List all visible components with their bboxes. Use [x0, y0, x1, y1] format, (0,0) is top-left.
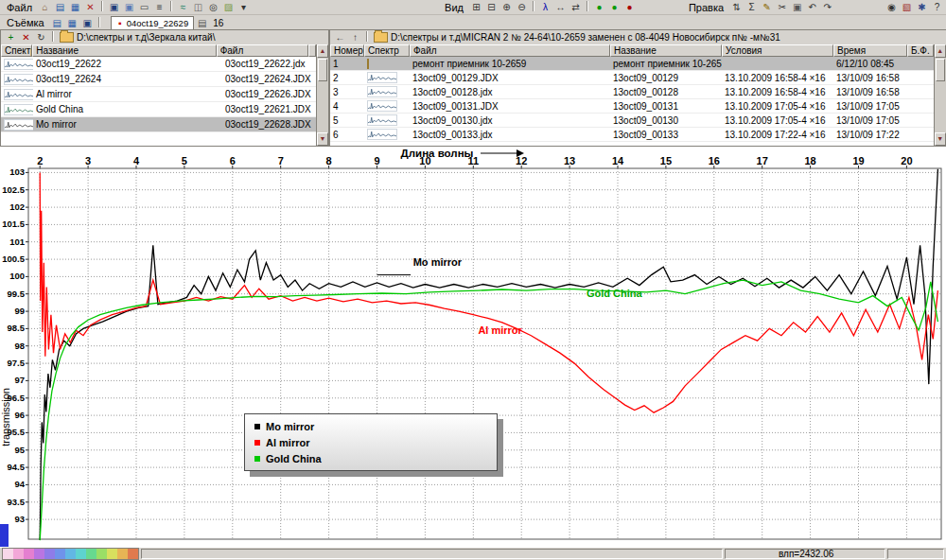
print-icon[interactable]: ≡ — [152, 1, 166, 13]
column-header-file[interactable]: Файл — [217, 44, 308, 57]
right-panel-scrollbar[interactable]: ▲ ▼ — [934, 44, 946, 146]
zoom-out-icon[interactable]: ⊖ — [515, 1, 529, 13]
chart-legend[interactable]: Mo mirrorAl mirrorGold China — [244, 413, 498, 471]
edit-icon[interactable]: ✎ — [760, 1, 774, 13]
palette-color[interactable] — [96, 549, 107, 559]
scroll-up-button[interactable]: ▲ — [317, 44, 328, 58]
table-row-selected[interactable]: 1 ремонт приемник 10-2659 ремонт приемни… — [330, 57, 934, 71]
save-all-icon[interactable]: ▣ — [122, 1, 136, 13]
app-icon[interactable]: ⌂ — [38, 1, 52, 13]
column-header-file[interactable]: Файл — [410, 44, 610, 57]
table-row-selected[interactable]: Mo mirror 03oct19_22628.JDX — [1, 117, 316, 132]
scroll-down-button[interactable]: ▼ — [935, 132, 946, 146]
sort-icon[interactable]: ⇅ — [729, 1, 744, 13]
grid-icon[interactable]: ▦ — [65, 17, 79, 29]
palette-color[interactable] — [55, 549, 65, 559]
column-header-name[interactable]: Название — [610, 44, 722, 57]
undo-icon[interactable]: ↶ — [805, 1, 819, 13]
table-row[interactable]: Gold China 03oct19_22621.JDX — [1, 102, 316, 117]
cut-icon[interactable]: ✂ — [775, 1, 789, 13]
sum-icon[interactable]: Σ — [745, 1, 759, 13]
lambda-icon[interactable]: λ — [538, 1, 552, 13]
remove-spectrum-icon[interactable]: ✕ — [19, 31, 33, 44]
page-icon[interactable]: ▭ — [137, 1, 151, 13]
scroll-thumb[interactable] — [318, 59, 327, 81]
menu-view[interactable]: Вид — [440, 2, 468, 13]
spectrum-file: 03oct19_22622.jdx — [222, 59, 316, 69]
palette-color[interactable] — [128, 549, 138, 559]
palette-color[interactable] — [44, 549, 55, 559]
add-spectrum-icon[interactable]: + — [4, 31, 18, 44]
table-row[interactable]: 03oct19_22624 03oct19_22624.JDX — [1, 72, 316, 87]
spectra-list-icon[interactable]: ▤ — [195, 17, 209, 29]
scroll-down-button[interactable]: ▼ — [317, 132, 328, 146]
axes-icon[interactable]: ⊞ — [469, 1, 483, 13]
palette-color[interactable] — [65, 549, 76, 559]
save-icon[interactable]: ▣ — [107, 1, 121, 13]
table-row[interactable]: 03oct19_22622 03oct19_22622.jdx — [1, 57, 316, 72]
ruler-icon[interactable]: ↔ — [553, 1, 568, 13]
overlay-icon[interactable]: ◫ — [191, 1, 205, 13]
column-header-spectr[interactable]: Спектр — [364, 44, 410, 57]
marker-green2-icon[interactable]: ● — [607, 1, 622, 13]
row-name: 13oct09_00131 — [610, 101, 722, 112]
palette-color[interactable] — [24, 549, 34, 559]
palette-color[interactable] — [34, 549, 44, 559]
marker-red-icon[interactable]: ● — [622, 1, 637, 13]
grid-toggle-icon[interactable]: ⊟ — [484, 1, 499, 13]
settings-icon[interactable]: ✱ — [915, 1, 929, 13]
help-icon[interactable]: ? — [930, 1, 944, 13]
palette-color[interactable] — [3, 549, 13, 559]
table-row[interactable]: 5 13oct09_00130.jdx 13oct09_00130 13.10.… — [330, 114, 934, 128]
menu-capture[interactable]: Съёмка — [2, 17, 49, 28]
scroll-up-button[interactable]: ▲ — [935, 44, 946, 58]
menu-edit[interactable]: Правка — [684, 2, 728, 13]
spectra-chart[interactable]: 234567891011121314151617181920103102.510… — [0, 147, 946, 547]
table-row[interactable]: 3 13oct09_00128.jdx 13oct09_00128 13.10.… — [330, 85, 934, 99]
marker-green-icon[interactable]: ● — [592, 1, 606, 13]
redo-icon[interactable]: ↷ — [820, 1, 834, 13]
column-header-name[interactable]: Название — [32, 44, 216, 57]
scroll-track[interactable] — [317, 58, 328, 132]
new-measurement-icon[interactable]: ▤ — [50, 17, 64, 29]
zoom-in-icon[interactable]: ⊕ — [499, 1, 514, 13]
spectrum-icon[interactable]: ≈ — [176, 1, 190, 13]
menu-file[interactable]: Файл — [2, 2, 37, 13]
back-icon[interactable]: ← — [333, 31, 347, 44]
row-number: 5 — [330, 115, 364, 126]
table-row[interactable]: 6 13oct09_00133.jdx 13oct09_00133 13.10.… — [330, 128, 934, 142]
palette-color[interactable] — [107, 549, 117, 559]
column-header-conditions[interactable]: Условия — [722, 44, 833, 57]
table-row[interactable]: 4 13oct09_00131.JDX 13oct09_00131 13.10.… — [330, 99, 934, 114]
left-panel-scrollbar[interactable]: ▲ ▼ — [316, 44, 328, 146]
palette-icon[interactable]: ▨ — [221, 1, 236, 13]
spectrum-tab[interactable]: ▪ 04oct19_22629 — [111, 16, 195, 30]
table-row[interactable]: Al mirror 03oct19_22626.JDX — [1, 87, 316, 102]
column-header-spectr[interactable]: Спектр — [1, 44, 32, 57]
zoom-icon[interactable]: ◎ — [206, 1, 220, 13]
column-header-bf[interactable]: Б.Ф. — [907, 44, 934, 57]
scroll-thumb[interactable] — [936, 59, 945, 81]
colors-icon[interactable]: ▧ — [900, 1, 914, 13]
marker-icon[interactable]: ▾ — [236, 1, 251, 13]
palette-color[interactable] — [86, 549, 96, 559]
column-header-time[interactable]: Время — [833, 44, 907, 57]
copy-icon[interactable]: ▣ — [790, 1, 804, 13]
refresh-icon[interactable]: ↻ — [34, 31, 48, 44]
save-spectrum-icon[interactable]: ▣ — [80, 17, 95, 29]
column-header-number[interactable]: Номер — [330, 44, 364, 57]
scroll-track[interactable] — [935, 58, 946, 132]
palette-color[interactable] — [13, 549, 24, 559]
series-line-al-mirror[interactable] — [40, 172, 937, 412]
table-row[interactable]: 2 13oct09_00129.JDX 13oct09_00129 13.10.… — [330, 71, 934, 85]
row-conditions: 13.10.2009 16:58-4 ×16 — [722, 73, 833, 83]
swap-axes-icon[interactable]: ⇄ — [569, 1, 583, 13]
snapshot-icon[interactable]: ◉ — [885, 1, 899, 13]
palette-color[interactable] — [76, 549, 86, 559]
close-icon[interactable]: ✕ — [83, 1, 97, 13]
up-icon[interactable]: ↑ — [348, 31, 362, 44]
new-file-icon[interactable]: ▤ — [53, 1, 67, 13]
open-grid-icon[interactable]: ▦ — [68, 1, 82, 13]
chart-canvas[interactable]: 234567891011121314151617181920103102.510… — [0, 147, 946, 547]
palette-color[interactable] — [117, 549, 128, 559]
